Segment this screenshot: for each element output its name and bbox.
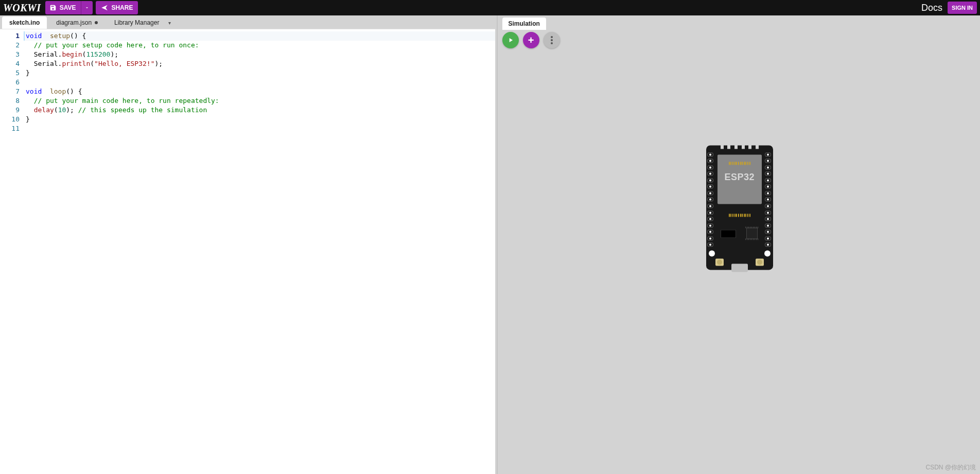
- board-button-en[interactable]: [715, 258, 724, 266]
- plus-icon: +: [528, 35, 534, 45]
- share-label: SHARE: [111, 4, 133, 11]
- esp32-shield: ESP32: [717, 154, 762, 204]
- logo[interactable]: WOKWI: [3, 2, 41, 14]
- topbar: WOKWI SAVE SHARE Docs SIGN IN: [0, 0, 980, 15]
- code-line[interactable]: [24, 124, 495, 133]
- board-regulator: [721, 230, 736, 238]
- save-dropdown-button[interactable]: [81, 1, 93, 14]
- simulation-pane: Simulation + ESP32: [499, 15, 980, 474]
- svg-point-0: [551, 36, 553, 38]
- save-button-group: SAVE: [45, 1, 93, 14]
- code-line[interactable]: [24, 78, 495, 87]
- board-chip: [746, 227, 758, 239]
- code-area[interactable]: void setup() { // put your setup code he…: [24, 29, 495, 474]
- caret-down-icon: ▾: [168, 20, 171, 26]
- save-label: SAVE: [60, 4, 76, 11]
- esp32-board[interactable]: ESP32: [706, 145, 773, 270]
- simulation-toolbar: +: [502, 32, 560, 48]
- tab-library-manager[interactable]: Library Manager▾: [107, 16, 178, 29]
- code-line[interactable]: Serial.begin(115200);: [24, 50, 495, 59]
- run-button[interactable]: [502, 32, 519, 48]
- tab-diagram-json[interactable]: diagram.json: [49, 16, 105, 29]
- tab-sketch-ino[interactable]: sketch.ino: [2, 16, 47, 29]
- board-usb-port: [731, 264, 748, 272]
- pane-splitter[interactable]: [495, 15, 499, 474]
- add-part-button[interactable]: +: [523, 32, 539, 48]
- svg-point-2: [551, 42, 553, 44]
- svg-point-1: [551, 39, 553, 41]
- share-button[interactable]: SHARE: [96, 1, 138, 14]
- watermark: CSDN @你的幻境: [925, 463, 976, 472]
- code-line[interactable]: // put your setup code here, to run once…: [24, 41, 495, 50]
- code-editor[interactable]: 1234567891011 void setup() { // put your…: [0, 29, 495, 474]
- save-button[interactable]: SAVE: [45, 1, 81, 14]
- share-icon: [101, 4, 108, 11]
- more-options-button[interactable]: [544, 32, 560, 48]
- code-line[interactable]: void loop() {: [24, 87, 495, 96]
- simulation-tabs: Simulation: [502, 17, 546, 30]
- sign-in-button[interactable]: SIGN IN: [948, 2, 977, 14]
- play-icon: [507, 37, 514, 44]
- esp32-label: ESP32: [717, 172, 762, 183]
- dirty-dot-icon: [95, 21, 98, 24]
- code-line[interactable]: Serial.println("Hello, ESP32!");: [24, 59, 495, 68]
- code-line[interactable]: }: [24, 115, 495, 124]
- code-line[interactable]: // put your main code here, to run repea…: [24, 96, 495, 106]
- caret-down-icon: [84, 5, 90, 10]
- workspace: sketch.inodiagram.jsonLibrary Manager▾ 1…: [0, 15, 980, 474]
- board-button-boot[interactable]: [756, 258, 764, 266]
- docs-link[interactable]: Docs: [921, 3, 942, 13]
- code-line[interactable]: delay(10); // this speeds up the simulat…: [24, 106, 495, 115]
- editor-tabs: sketch.inodiagram.jsonLibrary Manager▾: [0, 15, 495, 29]
- line-number-gutter: 1234567891011: [0, 29, 24, 474]
- tab-simulation[interactable]: Simulation: [502, 17, 546, 30]
- more-vert-icon: [551, 36, 553, 44]
- save-icon: [49, 4, 57, 11]
- code-line[interactable]: void setup() {: [24, 31, 495, 41]
- editor-pane: sketch.inodiagram.jsonLibrary Manager▾ 1…: [0, 15, 495, 474]
- code-line[interactable]: }: [24, 68, 495, 78]
